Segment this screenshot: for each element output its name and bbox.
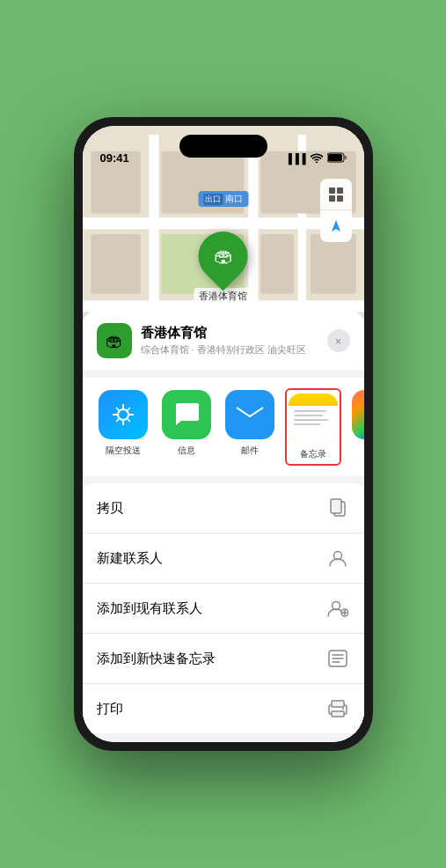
svg-rect-24	[337, 195, 343, 202]
svg-rect-36	[332, 711, 344, 717]
location-button[interactable]	[320, 210, 352, 242]
share-item-notes[interactable]: 备忘录	[287, 390, 340, 464]
location-pin: 🏟 香港体育馆	[194, 232, 252, 305]
signal-icon: ▐▐▐	[285, 153, 305, 164]
action-print[interactable]: 打印	[83, 684, 364, 733]
svg-rect-29	[331, 499, 341, 513]
share-item-airdrop[interactable]: 隔空投送	[97, 390, 150, 464]
mail-icon	[225, 390, 274, 439]
svg-point-30	[333, 552, 341, 560]
action-add-existing-label: 添加到现有联系人	[97, 600, 202, 617]
svg-rect-21	[329, 188, 335, 194]
copy-icon	[325, 496, 350, 520]
map-controls[interactable]	[320, 179, 352, 242]
dynamic-island	[179, 135, 267, 158]
location-info: 香港体育馆 综合体育馆 · 香港特别行政区 油尖旺区	[141, 325, 327, 357]
svg-rect-19	[310, 234, 355, 294]
svg-rect-23	[329, 195, 335, 202]
svg-rect-1	[328, 154, 342, 161]
action-add-existing-contact[interactable]: 添加到现有联系人	[83, 584, 364, 634]
location-thumb-icon: 🏟	[97, 323, 132, 358]
status-icons: ▐▐▐	[285, 152, 346, 165]
share-item-messages[interactable]: 信息	[160, 390, 213, 464]
svg-rect-13	[260, 234, 294, 294]
phone-screen: 09:41 ▐▐▐	[83, 126, 364, 742]
map-label-text: 南口	[225, 193, 243, 205]
svg-rect-35	[332, 701, 344, 707]
add-contact-icon	[325, 596, 350, 621]
svg-rect-2	[345, 156, 347, 159]
label-badge: 出口	[203, 194, 223, 205]
map-label-tag: 出口 南口	[198, 191, 248, 207]
share-item-mail[interactable]: 邮件	[223, 390, 276, 464]
action-new-contact[interactable]: 新建联系人	[83, 533, 364, 584]
messages-label: 信息	[178, 445, 195, 457]
close-icon: ×	[335, 335, 342, 348]
wifi-icon	[311, 153, 323, 165]
airdrop-icon	[99, 390, 148, 439]
close-button[interactable]: ×	[327, 329, 350, 352]
action-copy-label: 拷贝	[97, 500, 123, 517]
mail-label: 邮件	[241, 445, 259, 457]
action-quick-note-label: 添加到新快速备忘录	[97, 651, 216, 667]
svg-point-37	[342, 708, 344, 710]
share-row: 隔空投送 信息	[83, 378, 364, 476]
action-copy[interactable]: 拷贝	[83, 483, 364, 533]
location-name: 香港体育馆	[141, 325, 327, 342]
print-icon	[325, 696, 350, 721]
location-card: 🏟 香港体育馆 综合体育馆 · 香港特别行政区 油尖旺区 ×	[83, 311, 364, 371]
quick-note-icon	[325, 646, 350, 671]
svg-rect-27	[237, 405, 263, 424]
airdrop-label: 隔空投送	[106, 445, 141, 457]
messages-icon	[162, 390, 211, 439]
pin-stadium-icon: 🏟	[214, 245, 233, 268]
svg-rect-22	[337, 188, 343, 194]
location-subtitle: 综合体育馆 · 香港特别行政区 油尖旺区	[141, 343, 327, 357]
map-view-button[interactable]	[320, 179, 352, 210]
action-print-label: 打印	[97, 701, 123, 717]
notes-icon	[289, 394, 338, 443]
svg-point-31	[332, 602, 340, 610]
action-add-quick-note[interactable]: 添加到新快速备忘录	[83, 634, 364, 684]
share-item-more[interactable]: 提	[350, 390, 364, 464]
battery-icon	[327, 152, 347, 165]
status-time: 09:41	[100, 151, 129, 165]
notes-label: 备忘录	[300, 448, 326, 460]
pin-circle: 🏟	[188, 221, 258, 291]
new-contact-icon	[325, 546, 350, 570]
svg-marker-25	[332, 220, 340, 232]
action-new-contact-label: 新建联系人	[97, 550, 163, 567]
bottom-sheet: 🏟 香港体育馆 综合体育馆 · 香港特别行政区 油尖旺区 ×	[83, 311, 364, 742]
action-list: 拷贝 新建联系人	[83, 483, 364, 733]
phone-frame: 09:41 ▐▐▐	[74, 117, 373, 751]
svg-rect-15	[91, 234, 140, 294]
more-dots-icon	[352, 390, 364, 439]
